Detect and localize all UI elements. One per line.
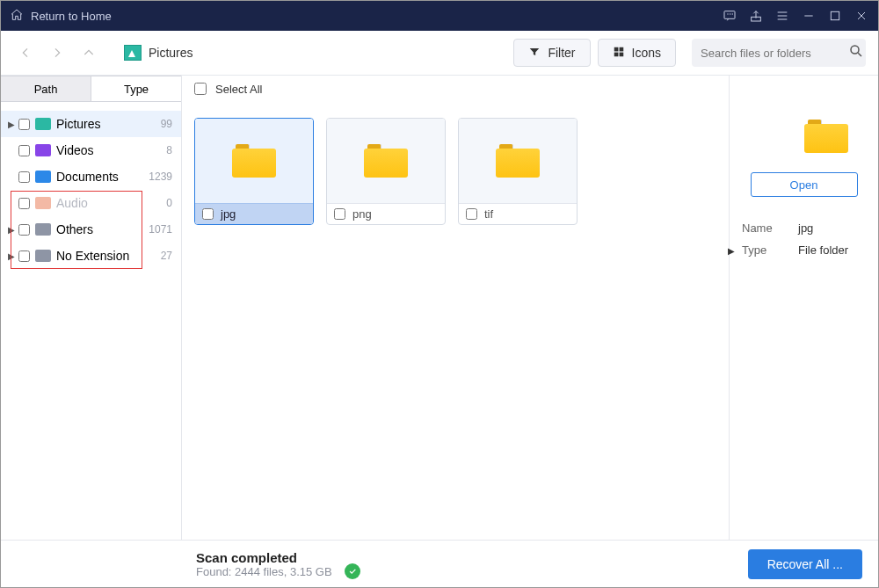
- prop-name: Name jpg: [742, 221, 866, 235]
- tree-checkbox[interactable]: [18, 198, 30, 209]
- tree: ▶ Pictures 99 Videos 8 Documents 1239: [1, 102, 181, 269]
- tree-count: 8: [166, 144, 172, 156]
- svg-rect-2: [831, 11, 839, 19]
- prop-value: File folder: [798, 243, 848, 257]
- svg-rect-4: [619, 47, 623, 51]
- recover-all-button[interactable]: Recover All ...: [748, 549, 862, 579]
- tree-label: Audio: [56, 196, 166, 210]
- close-button[interactable]: [848, 3, 875, 29]
- tree-item-audio[interactable]: Audio 0: [1, 190, 181, 216]
- tree-count: 99: [161, 118, 172, 130]
- select-all-row[interactable]: Select All: [182, 76, 729, 102]
- maximize-button[interactable]: [822, 3, 848, 29]
- share-icon[interactable]: [743, 3, 769, 29]
- folder-checkbox[interactable]: [202, 208, 214, 220]
- tree-item-others[interactable]: ▶ Others 1071: [1, 216, 181, 243]
- breadcrumb[interactable]: Pictures: [124, 45, 193, 61]
- check-icon: [345, 563, 360, 579]
- body: Path Type ▶ Pictures 99 Videos 8: [1, 76, 878, 540]
- file-grid: jpg png tif: [182, 102, 729, 540]
- folder-name: png: [352, 207, 372, 221]
- noextension-icon: [35, 250, 51, 262]
- chevron-right-icon[interactable]: ▶: [728, 246, 735, 256]
- folder-card-png[interactable]: png: [326, 118, 446, 225]
- filter-label: Filter: [548, 46, 575, 60]
- titlebar: Return to Home: [1, 1, 878, 31]
- select-all-checkbox[interactable]: [194, 83, 207, 95]
- tree-checkbox[interactable]: [18, 250, 30, 262]
- svg-point-7: [851, 46, 859, 54]
- folder-checkbox[interactable]: [334, 208, 345, 220]
- tree-label: Documents: [56, 170, 149, 184]
- nav-up-button[interactable]: [76, 40, 101, 65]
- tree-label: Others: [56, 222, 149, 236]
- folder-checkbox[interactable]: [466, 208, 477, 220]
- filter-icon: [528, 46, 541, 61]
- tab-type[interactable]: Type: [91, 76, 181, 101]
- tree-count: 0: [166, 197, 172, 209]
- search-icon: [848, 43, 864, 62]
- nav-back-button[interactable]: [13, 40, 38, 65]
- folder-card-tif[interactable]: tif: [458, 118, 578, 225]
- tree-label: No Extension: [56, 249, 161, 263]
- hamburger-menu-icon[interactable]: [769, 3, 795, 29]
- minimize-button[interactable]: [795, 3, 822, 29]
- tree-item-pictures[interactable]: ▶ Pictures 99: [1, 111, 181, 137]
- select-all-label: Select All: [215, 83, 262, 96]
- tree-item-documents[interactable]: Documents 1239: [1, 163, 181, 190]
- feedback-icon[interactable]: [716, 3, 743, 29]
- statusbar: Scan completed Found: 2444 files, 3.15 G…: [1, 540, 878, 587]
- sidebar-tabs: Path Type: [1, 76, 181, 102]
- folder-icon: [364, 144, 408, 178]
- sidebar: Path Type ▶ Pictures 99 Videos 8: [1, 76, 182, 540]
- tree-checkbox[interactable]: [18, 119, 30, 130]
- toolbar: Pictures Filter Icons: [1, 31, 878, 76]
- chevron-right-icon[interactable]: ▶: [6, 251, 17, 261]
- prop-type: ▶ Type File folder: [742, 243, 866, 257]
- pictures-icon: [124, 45, 142, 61]
- prop-key: Type: [742, 243, 798, 257]
- pictures-icon: [35, 118, 51, 130]
- tree-item-videos[interactable]: Videos 8: [1, 137, 181, 163]
- chevron-right-icon[interactable]: ▶: [6, 120, 17, 129]
- content: Select All jpg png tif: [182, 76, 878, 540]
- status-text: Scan completed Found: 2444 files, 3.15 G…: [196, 550, 332, 578]
- svg-rect-5: [614, 52, 618, 56]
- folder-card-jpg[interactable]: jpg: [194, 118, 314, 225]
- tree-checkbox[interactable]: [18, 171, 30, 183]
- chevron-right-icon[interactable]: ▶: [6, 225, 17, 235]
- tree-label: Videos: [56, 143, 166, 157]
- tree-checkbox[interactable]: [18, 224, 30, 236]
- tab-path[interactable]: Path: [1, 76, 91, 101]
- file-area: Select All jpg png tif: [182, 76, 729, 540]
- status-subtitle: Found: 2444 files, 3.15 GB: [196, 565, 332, 578]
- documents-icon: [35, 171, 51, 183]
- breadcrumb-label: Pictures: [149, 46, 193, 60]
- view-mode-label: Icons: [632, 46, 661, 60]
- open-button[interactable]: Open: [751, 172, 858, 197]
- prop-key: Name: [742, 221, 798, 235]
- home-icon: [10, 8, 24, 25]
- videos-icon: [35, 144, 51, 156]
- folder-icon: [496, 144, 540, 178]
- tree-checkbox[interactable]: [18, 145, 30, 156]
- filter-button[interactable]: Filter: [513, 39, 590, 67]
- folder-icon: [232, 144, 276, 178]
- tree-count: 27: [161, 250, 172, 262]
- search-input[interactable]: [701, 47, 848, 60]
- details-panel: Open Name jpg ▶ Type File folder: [729, 76, 878, 540]
- grid-icon: [613, 46, 625, 61]
- tree-label: Pictures: [56, 117, 161, 131]
- folder-name: jpg: [221, 207, 236, 221]
- folder-name: tif: [484, 207, 493, 221]
- return-home-button[interactable]: Return to Home: [10, 8, 112, 25]
- nav-forward-button[interactable]: [45, 40, 69, 65]
- status-title: Scan completed: [196, 550, 332, 565]
- svg-rect-6: [619, 52, 623, 56]
- view-mode-button[interactable]: Icons: [598, 39, 676, 67]
- search-box[interactable]: [692, 39, 866, 67]
- tree-count: 1239: [149, 171, 172, 183]
- tree-item-noextension[interactable]: ▶ No Extension 27: [1, 243, 181, 269]
- prop-value: jpg: [798, 221, 813, 235]
- return-home-label: Return to Home: [31, 10, 112, 23]
